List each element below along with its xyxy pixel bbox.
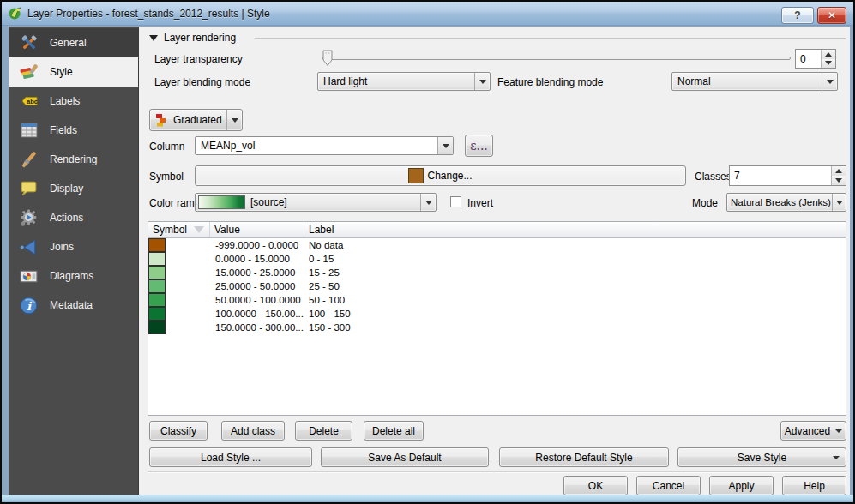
window-frame-bottom <box>2 495 853 502</box>
metadata-icon: i <box>17 294 40 317</box>
class-value: 50.0000 - 100.0000 <box>210 295 304 305</box>
load-style-button[interactable]: Load Style ... <box>149 447 312 467</box>
button-box-divider <box>148 471 846 473</box>
sidebar-item-label: Metadata <box>50 299 93 311</box>
class-label: 50 - 100 <box>304 295 846 305</box>
slider-handle[interactable] <box>322 50 333 69</box>
spin-down-icon[interactable] <box>832 176 846 185</box>
class-value: -999.0000 - 0.0000 <box>210 240 304 250</box>
symbol-color-swatch <box>408 168 424 183</box>
sidebar-item-label: Rendering <box>50 153 97 165</box>
table-row[interactable]: 150.0000 - 300.00... 150 - 300 <box>148 321 846 334</box>
column-header-value[interactable]: Value <box>210 222 304 237</box>
symbol-change-button[interactable]: Change... <box>195 165 686 186</box>
mode-combo[interactable]: Natural Breaks (Jenks) <box>726 193 846 212</box>
titlebar-help-button[interactable]: ? <box>781 7 814 24</box>
change-button-label: Change... <box>427 170 472 182</box>
feature-blending-label: Feature blending mode <box>497 76 603 88</box>
transparency-spinbox[interactable]: 0 <box>795 49 836 69</box>
layer-properties-window: Layer Properties - forest_stands_2012_re… <box>0 0 855 504</box>
restore-default-style-button[interactable]: Restore Default Style <box>499 447 669 467</box>
sidebar-item-style[interactable]: Style <box>9 57 138 87</box>
display-icon <box>17 177 40 201</box>
table-row[interactable]: -999.0000 - 0.0000 No data <box>148 238 846 252</box>
class-color-swatch[interactable] <box>148 252 166 266</box>
class-color-swatch[interactable] <box>148 321 166 334</box>
save-style-button[interactable]: Save Style <box>677 447 846 467</box>
sidebar-item-rendering[interactable]: Rendering <box>9 145 138 174</box>
sidebar-item-general[interactable]: General <box>9 28 138 57</box>
class-value: 0.0000 - 15.0000 <box>210 254 304 264</box>
table-row[interactable]: 0.0000 - 15.0000 0 - 15 <box>148 252 846 266</box>
title-bar[interactable]: Layer Properties - forest_stands_2012_re… <box>2 2 853 26</box>
sidebar-item-label: Fields <box>50 124 77 136</box>
spin-up-icon[interactable] <box>832 166 846 176</box>
sidebar-item-fields[interactable]: Fields <box>9 116 138 145</box>
add-class-button[interactable]: Add class <box>221 421 285 441</box>
qgis-logo-icon <box>8 6 22 21</box>
table-row[interactable]: 25.0000 - 50.0000 25 - 50 <box>148 279 846 293</box>
renderer-type-button[interactable]: Graduated <box>149 109 243 131</box>
class-label: 15 - 25 <box>304 267 846 278</box>
invert-checkbox[interactable] <box>450 196 461 207</box>
sidebar-item-display[interactable]: Display <box>9 174 138 203</box>
expression-builder-button[interactable]: ε... <box>465 135 493 157</box>
color-ramp-combo[interactable]: [source] <box>195 193 437 212</box>
sidebar-item-metadata[interactable]: i Metadata <box>9 291 138 320</box>
layer-transparency-slider[interactable] <box>322 50 791 67</box>
advanced-button[interactable]: Advanced <box>780 421 846 441</box>
class-color-swatch[interactable] <box>148 279 166 293</box>
color-ramp-value: [source] <box>245 196 420 208</box>
classes-value: 7 <box>730 166 831 185</box>
column-header-label[interactable]: Label <box>304 222 846 237</box>
class-color-swatch[interactable] <box>148 266 166 279</box>
column-combo[interactable]: MEANp_vol <box>195 136 454 155</box>
chevron-down-icon <box>833 456 840 459</box>
column-header-symbol[interactable]: Symbol <box>148 222 210 237</box>
cancel-button[interactable]: Cancel <box>636 476 701 495</box>
class-label: 25 - 50 <box>304 281 846 291</box>
apply-button[interactable]: Apply <box>709 476 774 495</box>
layer-blending-combo[interactable]: Hard light <box>317 72 491 91</box>
spin-down-icon[interactable] <box>822 59 835 69</box>
sidebar-item-label: Actions <box>50 212 83 224</box>
class-value: 15.0000 - 25.0000 <box>210 267 304 278</box>
slider-track[interactable] <box>322 57 791 60</box>
class-color-swatch[interactable] <box>148 238 166 252</box>
sidebar-item-labels[interactable]: abc Labels <box>9 87 138 116</box>
labels-icon: abc <box>17 90 40 113</box>
rendering-icon <box>17 148 40 171</box>
table-row[interactable]: 100.0000 - 150.00... 100 - 150 <box>148 307 846 321</box>
sidebar-item-joins[interactable]: Joins <box>9 232 138 261</box>
ok-button[interactable]: OK <box>563 476 628 495</box>
class-color-swatch[interactable] <box>148 307 166 321</box>
save-as-default-button[interactable]: Save As Default <box>321 447 489 467</box>
class-value: 25.0000 - 50.0000 <box>210 281 304 291</box>
spin-up-icon[interactable] <box>822 50 835 59</box>
sidebar-item-diagrams[interactable]: Diagrams <box>9 261 138 291</box>
invert-label: Invert <box>467 197 493 209</box>
style-icon <box>17 61 40 84</box>
chevron-down-icon <box>827 80 834 84</box>
feature-blending-combo[interactable]: Normal <box>671 72 838 91</box>
classes-table[interactable]: Symbol Value Label -999.0000 - 0.0000 No… <box>148 221 846 416</box>
classify-button[interactable]: Classify <box>149 421 208 441</box>
classes-spinbox[interactable]: 7 <box>729 165 846 186</box>
sidebar-item-label: General <box>50 37 87 49</box>
sidebar-item-actions[interactable]: Actions <box>9 203 138 232</box>
symbol-label: Symbol <box>149 171 184 183</box>
table-row[interactable]: 15.0000 - 25.0000 15 - 25 <box>148 266 846 279</box>
delete-all-button[interactable]: Delete all <box>364 421 424 441</box>
sidebar-item-label: Display <box>50 183 83 195</box>
table-row[interactable]: 50.0000 - 100.0000 50 - 100 <box>148 293 846 307</box>
class-color-swatch[interactable] <box>148 293 166 307</box>
svg-text:abc: abc <box>27 98 38 105</box>
layer-rendering-group[interactable]: Layer rendering <box>149 32 236 44</box>
mode-value: Natural Breaks (Jenks) <box>727 197 832 207</box>
delete-button[interactable]: Delete <box>295 421 352 441</box>
column-value: MEANp_vol <box>196 140 437 152</box>
close-icon[interactable]: ✕ <box>817 7 846 24</box>
class-value: 150.0000 - 300.00... <box>210 322 304 333</box>
help-button[interactable]: Help <box>782 476 846 495</box>
sidebar-item-label: Diagrams <box>50 270 93 282</box>
